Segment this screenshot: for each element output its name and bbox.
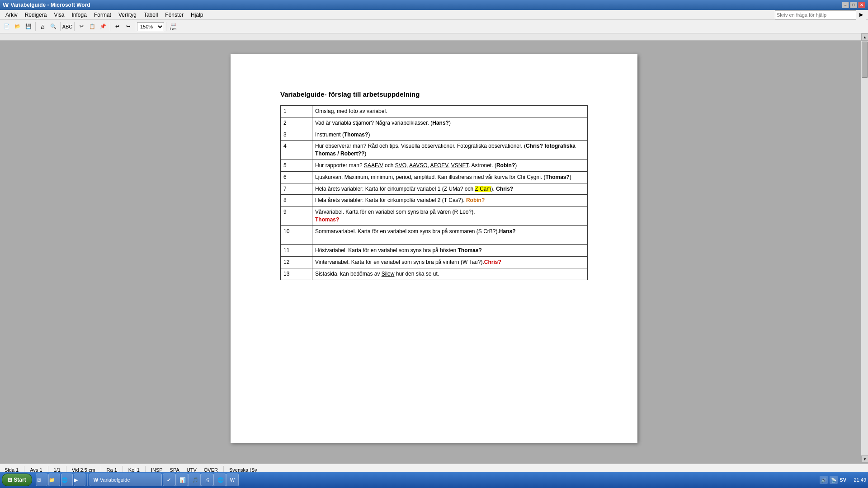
word-taskbar-button[interactable]: W Variabelguide	[90, 474, 162, 486]
word-taskbar-label: Variabelguide	[100, 477, 130, 483]
maximize-button[interactable]: □	[850, 2, 857, 8]
start-button[interactable]: ⊞ Start	[2, 474, 32, 486]
table-row: 8 Hela årets variabler: Karta för cirkum…	[281, 195, 588, 206]
row-content: Hela årets variabler: Karta för cirkumpo…	[312, 183, 588, 195]
app-btn-7[interactable]: W	[226, 474, 239, 486]
separator-4	[110, 22, 110, 31]
menu-redigera[interactable]: Redigera	[21, 11, 51, 19]
undo-button[interactable]: ↩	[112, 22, 122, 32]
separator-3	[74, 22, 75, 31]
minimize-button[interactable]: –	[842, 2, 849, 8]
paste-button[interactable]: 📌	[98, 22, 108, 32]
table-row: 11 Höstvariabel. Karta för en variabel s…	[281, 245, 588, 257]
help-input[interactable]	[775, 10, 856, 19]
row-content: Hur observerar man? Råd och tips. Visuel…	[312, 141, 588, 160]
menu-hjälp[interactable]: Hjälp	[187, 11, 207, 19]
vertical-scrollbar[interactable]: ▲ ▼	[861, 33, 868, 463]
app-btn-3[interactable]: 📊	[175, 474, 188, 486]
preview-button[interactable]: 🔍	[48, 22, 58, 32]
bold-red-text: Chris?	[484, 259, 501, 265]
redo-button[interactable]: ↪	[123, 22, 133, 32]
toolbar-1: 📄 📂 💾 🖨 🔍 ABC ✂ 📋 📌 ↩ ↪ 150% 100% 75% 📖 …	[0, 20, 868, 33]
underline-text: AFOEV	[430, 162, 448, 169]
app-btn-4[interactable]: 🎵	[188, 474, 201, 486]
tray-lang: SV	[840, 477, 846, 483]
bold-text: Chris? fotografiska Thomas / Robert??	[315, 143, 576, 157]
help-search-button[interactable]: ▶	[856, 10, 866, 20]
bold-orange-text: Robin?	[466, 197, 485, 203]
ie-button[interactable]: 🌐	[61, 474, 73, 486]
underline-text: AAVSO	[409, 162, 427, 169]
copy-button[interactable]: 📋	[87, 22, 97, 32]
app-btn-2[interactable]: ✔	[163, 474, 175, 486]
app-btn-5[interactable]: 🖨	[201, 474, 213, 486]
show-desktop-button[interactable]: 🖥	[36, 474, 47, 486]
tray-icon-1: 🔊	[820, 476, 828, 484]
zoom-select[interactable]: 150% 100% 75%	[137, 22, 164, 31]
scroll-up-button[interactable]: ▲	[861, 33, 868, 41]
title-bar: W Variabelguide - Microsoft Word – □ ✕	[0, 0, 868, 10]
row-num: 13	[281, 268, 312, 280]
spell-button[interactable]: ABC	[62, 22, 72, 32]
row-num: 1	[281, 106, 312, 117]
page-scroll-area[interactable]: Variabelguide- förslag till arbetsuppdel…	[0, 41, 868, 463]
separator-6	[166, 22, 166, 31]
row-num: 7	[281, 183, 312, 195]
separator-5	[135, 22, 135, 31]
table-row: 7 Hela årets variabler: Karta för cirkum…	[281, 183, 588, 195]
menu-arkiv[interactable]: Arkiv	[2, 11, 21, 19]
bold-text: Thomas?	[546, 174, 570, 180]
read-button[interactable]: 📖 Las	[168, 22, 178, 32]
row-content: Vårvariabel. Karta för en variabel som s…	[312, 206, 588, 226]
explorer-button[interactable]: 📁	[48, 474, 60, 486]
open-button[interactable]: 📂	[13, 22, 23, 32]
window-title: Variabelguide - Microsoft Word	[10, 2, 90, 8]
underline-text: Silow	[382, 271, 395, 277]
row-num: 11	[281, 245, 312, 257]
bold-red-text: Thomas?	[315, 216, 339, 223]
new-button[interactable]: 📄	[2, 22, 12, 32]
menu-tabell[interactable]: Tabell	[140, 11, 161, 19]
content-table: 1 Omslag, med foto av variabel. 2 Vad är…	[280, 105, 588, 280]
bold-text: Hans?	[499, 228, 516, 235]
word-icon: W	[94, 477, 98, 483]
close-button[interactable]: ✕	[858, 2, 865, 8]
print-button[interactable]: 🖨	[38, 22, 47, 32]
scroll-thumb[interactable]	[862, 42, 868, 78]
menu-infoga[interactable]: Infoga	[68, 11, 90, 19]
table-row: 12 Vintervariabel. Karta för en variabel…	[281, 257, 588, 268]
table-row: 10 Sommarvariabel. Karta för en variabel…	[281, 225, 588, 245]
row-content: Sommarvariabel. Karta för en variabel so…	[312, 225, 588, 245]
table-row: 3 Instrument (Thomas?)	[281, 129, 588, 141]
bold-text: Thomas?	[344, 131, 368, 138]
app-btn-6[interactable]: 🌐	[213, 474, 226, 486]
system-tray: 🔊 📡 SV 21:49	[820, 476, 866, 484]
table-row: 9 Vårvariabel. Karta för en variabel som…	[281, 206, 588, 226]
menu-bar: Arkiv Redigera Visa Infoga Format Verkty…	[0, 10, 868, 20]
menu-format[interactable]: Format	[90, 11, 115, 19]
start-icon: ⊞	[8, 477, 12, 483]
row-num: 4	[281, 141, 312, 160]
cut-button[interactable]: ✂	[76, 22, 86, 32]
horizontal-ruler	[0, 33, 868, 41]
row-content: Vad är variabla stjärnor? Några variabel…	[312, 117, 588, 129]
media-button[interactable]: ▶	[74, 474, 85, 486]
row-content: Hela årets variabler: Karta för cirkumpo…	[312, 195, 588, 206]
underline-text: SAAF/V	[364, 162, 383, 169]
menu-verktyg[interactable]: Verktyg	[115, 11, 140, 19]
menu-visa[interactable]: Visa	[50, 11, 68, 19]
margin-marker-right	[592, 131, 592, 136]
document-title: Variabelguide- förslag till arbetsuppdel…	[280, 90, 588, 98]
row-content: Ljuskurvan. Maximum, minimum, period, am…	[312, 171, 588, 183]
scroll-down-button[interactable]: ▼	[861, 455, 868, 463]
bold-text: Thomas?	[458, 247, 482, 253]
menu-fönster[interactable]: Fönster	[161, 11, 187, 19]
row-content: Höstvariabel. Karta för en variabel som …	[312, 245, 588, 257]
row-num: 5	[281, 160, 312, 171]
underline-text: SVO	[395, 162, 406, 169]
document-page: Variabelguide- förslag till arbetsuppdel…	[231, 54, 637, 443]
save-button[interactable]: 💾	[24, 22, 33, 32]
row-num: 8	[281, 195, 312, 206]
row-num: 3	[281, 129, 312, 141]
table-row: 13 Sistasida, kan bedömas av Silow hur d…	[281, 268, 588, 280]
